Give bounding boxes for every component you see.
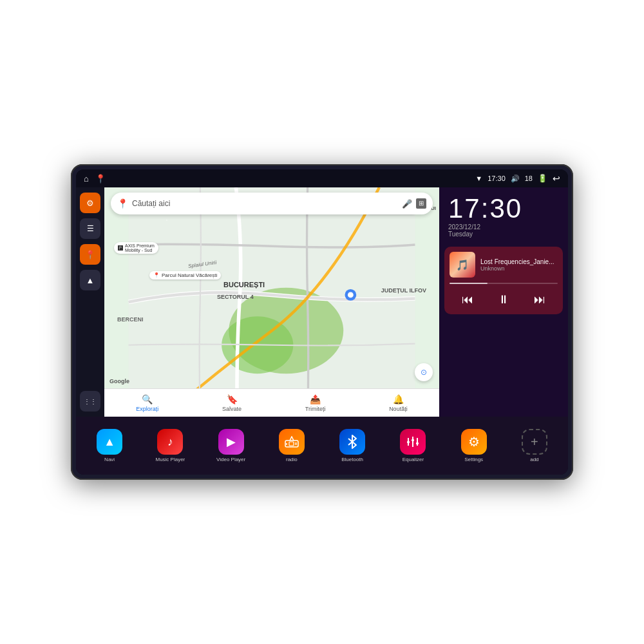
saved-icon: 🔖 xyxy=(227,394,238,404)
equalizer-label: Equalizer xyxy=(402,457,424,462)
svg-rect-7 xyxy=(289,442,294,446)
gear-icon: ⚙ xyxy=(86,198,94,208)
svg-rect-15 xyxy=(407,441,410,443)
add-label: add xyxy=(530,457,538,462)
news-icon: 🔔 xyxy=(393,394,404,404)
app-video-player[interactable]: ▶ Video Player xyxy=(203,429,260,462)
map-sidebar-btn[interactable]: 📍 xyxy=(80,244,100,265)
map-tab-send-label: Trimiteți xyxy=(305,406,326,412)
map-search-text[interactable]: Căutați aici xyxy=(132,199,398,208)
map-search-bar[interactable]: 📍 Căutați aici 🎤 ⊞ xyxy=(111,193,433,214)
volume-icon: 🔊 xyxy=(511,175,520,183)
music-player-label: Music Player xyxy=(155,457,185,462)
video-player-label: Video Player xyxy=(216,457,245,462)
map-tab-news[interactable]: 🔔 Noutăți xyxy=(389,394,408,412)
battery-icon: 🔋 xyxy=(538,174,547,183)
map-bottom-tabs: 🔍 Explorați 🔖 Salvate 📤 Trimiteți � xyxy=(104,388,439,417)
settings-icon: ⚙ xyxy=(461,429,487,455)
map-tab-explore-label: Explorați xyxy=(136,406,158,412)
settings-label: Settings xyxy=(464,457,483,462)
app-navi[interactable]: ▲ Navi xyxy=(81,429,138,462)
wifi-icon: ▼ xyxy=(475,175,482,182)
app-settings[interactable]: ⚙ Settings xyxy=(446,429,502,462)
stars-bg xyxy=(76,187,568,417)
music-player-icon: ♪ xyxy=(157,429,183,455)
mic-icon[interactable]: 🎤 xyxy=(402,199,412,209)
add-icon: + xyxy=(522,429,547,455)
bluetooth-icon xyxy=(339,429,365,455)
svg-rect-19 xyxy=(416,442,419,444)
map-tab-send[interactable]: 📤 Trimiteți xyxy=(305,394,326,412)
bluetooth-label: Bluetooth xyxy=(341,457,363,462)
settings-sidebar-btn[interactable]: ⚙ xyxy=(80,193,100,213)
navi-icon: ▲ xyxy=(97,429,122,455)
map-tab-saved[interactable]: 🔖 Salvate xyxy=(222,394,242,412)
status-left: ⌂ 📍 xyxy=(84,174,106,184)
grid-icon: ⋮⋮ xyxy=(84,398,97,405)
status-right: ▼ 17:30 🔊 18 🔋 ↩ xyxy=(475,173,560,184)
main-content: ⚙ ☰ 📍 ▲ ⋮⋮ xyxy=(76,187,568,417)
map-tab-explore[interactable]: 🔍 Explorați xyxy=(136,394,158,412)
maps-icon[interactable]: 📍 xyxy=(95,174,106,184)
svg-rect-17 xyxy=(412,439,414,441)
explore-icon: 🔍 xyxy=(142,394,153,404)
left-sidebar: ⚙ ☰ 📍 ▲ ⋮⋮ xyxy=(76,187,104,417)
home-icon[interactable]: ⌂ xyxy=(84,174,89,184)
map-tab-news-label: Noutăți xyxy=(389,406,408,412)
app-grid-area: ▲ Navi ♪ Music Player ▶ Video Player xyxy=(76,417,568,475)
app-music-player[interactable]: ♪ Music Player xyxy=(142,429,198,462)
radio-icon xyxy=(279,429,305,455)
map-tab-saved-label: Salvate xyxy=(222,406,242,412)
location-button[interactable]: ⊙ xyxy=(415,363,433,381)
back-icon[interactable]: ↩ xyxy=(553,173,560,184)
menu-sidebar-btn[interactable]: ☰ xyxy=(80,218,100,239)
layers-icon[interactable]: ⊞ xyxy=(416,198,426,209)
equalizer-icon xyxy=(400,429,426,455)
battery-level: 18 xyxy=(525,175,533,182)
right-panel: 17:30 2023/12/12 Tuesday 🎵 Lost Fr xyxy=(439,187,568,417)
video-player-icon: ▶ xyxy=(218,429,244,455)
app-add[interactable]: + add xyxy=(506,429,563,462)
nav-sidebar-btn[interactable]: ▲ xyxy=(80,270,100,290)
status-time: 17:30 xyxy=(488,175,506,182)
status-bar: ⌂ 📍 ▼ 17:30 🔊 18 🔋 ↩ xyxy=(76,169,568,187)
app-equalizer[interactable]: Equalizer xyxy=(384,429,441,462)
app-radio[interactable]: radio xyxy=(263,429,320,462)
app-grid: ▲ Navi ♪ Music Player ▶ Video Player xyxy=(81,429,563,462)
device-screen: ⌂ 📍 ▼ 17:30 🔊 18 🔋 ↩ ⚙ ☰ xyxy=(76,169,568,475)
send-icon: 📤 xyxy=(310,394,321,404)
app-bluetooth[interactable]: Bluetooth xyxy=(324,429,381,462)
radio-label: radio xyxy=(286,457,298,462)
apps-sidebar-btn[interactable]: ⋮⋮ xyxy=(80,391,100,412)
location-icon: 📍 xyxy=(85,250,95,260)
device-frame: ⌂ 📍 ▼ 17:30 🔊 18 🔋 ↩ ⚙ ☰ xyxy=(71,164,573,480)
navi-label: Navi xyxy=(104,457,115,462)
navigate-icon: ▲ xyxy=(86,276,95,285)
menu-icon: ☰ xyxy=(87,224,94,233)
google-maps-pin-icon: 📍 xyxy=(117,198,128,209)
crosshair-icon: ⊙ xyxy=(421,368,427,377)
